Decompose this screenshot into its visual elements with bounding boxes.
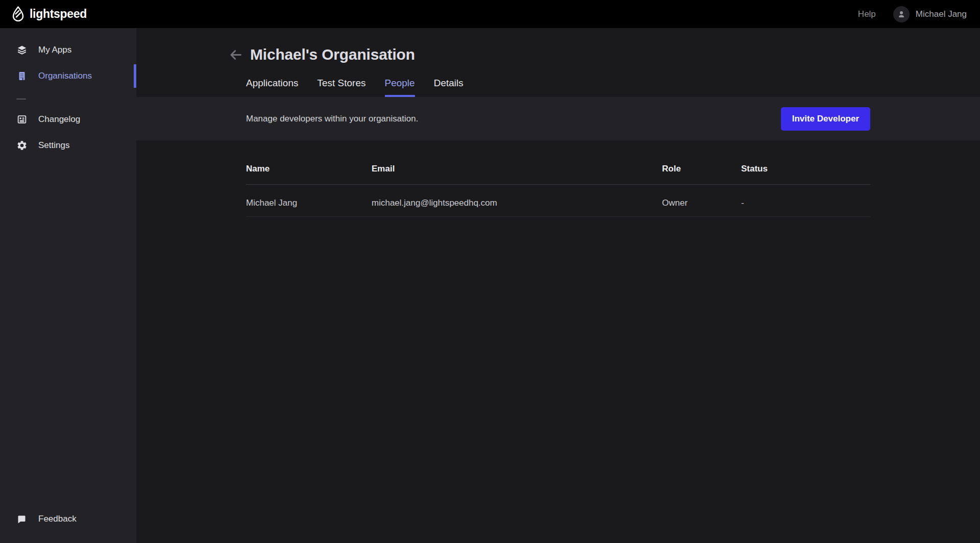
column-header-role: Role: [662, 164, 741, 174]
sidebar-item-my-apps[interactable]: My Apps: [0, 38, 136, 62]
main-content: Michael's Organisation Applications Test…: [136, 28, 980, 543]
sidebar-item-organisations[interactable]: Organisations: [0, 64, 136, 88]
changelog-icon: [16, 114, 28, 126]
sidebar-item-feedback[interactable]: Feedback: [0, 507, 136, 531]
help-link[interactable]: Help: [858, 9, 876, 19]
tab-applications[interactable]: Applications: [246, 78, 298, 97]
sidebar-item-label: Organisations: [38, 71, 92, 81]
sidebar-item-label: Feedback: [38, 514, 77, 524]
sidebar-item-label: My Apps: [38, 45, 71, 55]
active-indicator: [134, 64, 136, 88]
back-arrow-icon[interactable]: [228, 47, 243, 62]
column-header-name: Name: [246, 164, 372, 174]
table-header-row: Name Email Role Status: [246, 140, 870, 185]
avatar: [893, 6, 910, 22]
column-header-status: Status: [741, 164, 870, 174]
invite-developer-button[interactable]: Invite Developer: [781, 107, 870, 131]
sidebar-divider: [16, 98, 26, 100]
banner-description: Manage developers within your organisati…: [246, 114, 418, 124]
sidebar-item-label: Settings: [38, 140, 69, 151]
cell-role: Owner: [662, 198, 741, 208]
layers-icon: [16, 44, 28, 56]
page-header: Michael's Organisation: [136, 28, 980, 64]
lightspeed-logo[interactable]: lightspeed: [11, 6, 87, 22]
lightspeed-flame-icon: [11, 6, 25, 22]
people-table: Name Email Role Status Michael Jang mich…: [246, 140, 870, 217]
topbar: lightspeed Help Michael Jang: [0, 0, 980, 28]
cell-name: Michael Jang: [246, 198, 372, 208]
sidebar-item-label: Changelog: [38, 114, 80, 125]
user-menu[interactable]: Michael Jang: [893, 6, 967, 22]
tab-details[interactable]: Details: [434, 78, 463, 97]
user-name: Michael Jang: [916, 9, 967, 19]
tab-people[interactable]: People: [385, 78, 415, 97]
building-icon: [16, 70, 28, 82]
people-banner: Manage developers within your organisati…: [136, 97, 980, 140]
tab-bar: Applications Test Stores People Details: [136, 78, 980, 97]
cell-email: michael.jang@lightspeedhq.com: [372, 198, 662, 208]
page-title: Michael's Organisation: [250, 45, 415, 64]
sidebar: My Apps Organisations Changelog: [0, 28, 136, 543]
table-row: Michael Jang michael.jang@lightspeedhq.c…: [246, 185, 870, 217]
topbar-right: Help Michael Jang: [858, 6, 967, 22]
feedback-icon: [16, 513, 28, 525]
sidebar-item-settings[interactable]: Settings: [0, 134, 136, 157]
column-header-email: Email: [372, 164, 662, 174]
tab-test-stores[interactable]: Test Stores: [317, 78, 365, 97]
cell-status: -: [741, 198, 870, 208]
sidebar-item-changelog[interactable]: Changelog: [0, 108, 136, 131]
logo-wordmark: lightspeed: [30, 7, 87, 21]
gear-icon: [16, 140, 28, 152]
